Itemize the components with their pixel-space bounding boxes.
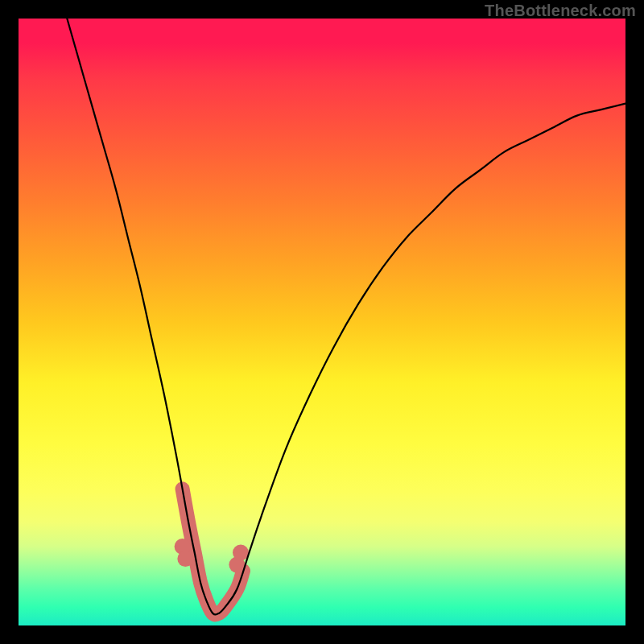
bottleneck-curve-svg bbox=[19, 19, 625, 625]
bottleneck-curve bbox=[67, 19, 625, 614]
marker-dot-right-upper bbox=[233, 545, 249, 561]
chart-frame bbox=[19, 19, 625, 625]
watermark-text: TheBottleneck.com bbox=[485, 2, 636, 20]
marker-dot-left-lower bbox=[177, 551, 193, 567]
